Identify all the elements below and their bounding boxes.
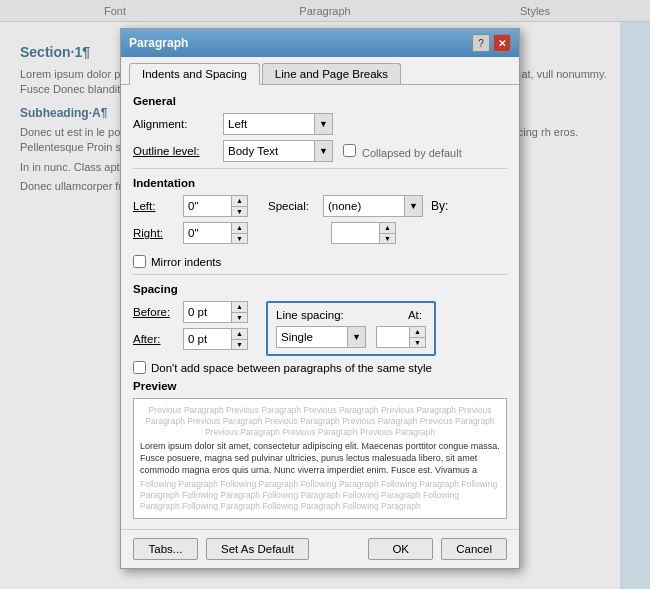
- dont-add-space-row: Don't add space between paragraphs of th…: [133, 361, 507, 374]
- special-arrow[interactable]: ▼: [404, 196, 422, 216]
- spacing-left: Before: 0 pt ▲ ▼ After: 0 pt ▲: [133, 301, 248, 356]
- alignment-arrow[interactable]: ▼: [314, 114, 332, 134]
- alignment-value: Left: [224, 118, 314, 130]
- preview-next-text: Following Paragraph Following Paragraph …: [140, 479, 500, 512]
- line-spacing-label: Line spacing:: [276, 309, 344, 321]
- outline-arrow[interactable]: ▼: [314, 141, 332, 161]
- help-button[interactable]: ?: [472, 34, 490, 52]
- divider2: [133, 274, 507, 275]
- dialog-titlebar: Paragraph ? ✕: [121, 29, 519, 57]
- tabs-button[interactable]: Tabs...: [133, 538, 198, 560]
- collapsed-checkbox[interactable]: [343, 144, 356, 157]
- line-spacing-box: Line spacing: At: Single ▼ ▲ ▼: [266, 301, 436, 356]
- after-row: After: 0 pt ▲ ▼: [133, 328, 248, 350]
- right-spin[interactable]: 0" ▲ ▼: [183, 222, 248, 244]
- after-spin-arrows[interactable]: ▲ ▼: [231, 329, 247, 349]
- indent-special-col: Special: (none) ▼ By: ▲ ▼: [268, 195, 448, 249]
- collapsed-checkbox-container: Collapsed by default: [343, 144, 462, 159]
- left-label: Left:: [133, 200, 183, 212]
- left-value: 0": [184, 200, 231, 212]
- divider1: [133, 168, 507, 169]
- tab-indents-spacing[interactable]: Indents and Spacing: [129, 63, 260, 85]
- preview-main-text: Lorem ipsum dolor sit amet, consectetur …: [140, 441, 500, 476]
- after-spin[interactable]: 0 pt ▲ ▼: [183, 328, 248, 350]
- ok-button[interactable]: OK: [368, 538, 433, 560]
- dialog-body: General Alignment: Left ▼ Outline level:…: [121, 85, 519, 529]
- before-row: Before: 0 pt ▲ ▼: [133, 301, 248, 323]
- preview-prev-text: Previous Paragraph Previous Paragraph Pr…: [140, 405, 500, 438]
- spacing-section-label: Spacing: [133, 283, 507, 295]
- collapsed-label: Collapsed by default: [362, 147, 462, 159]
- line-spacing-select[interactable]: Single ▼: [276, 326, 366, 348]
- after-spin-up[interactable]: ▲: [232, 329, 247, 340]
- dialog-footer: Tabs... Set As Default OK Cancel: [121, 529, 519, 568]
- at-spin[interactable]: ▲ ▼: [376, 326, 426, 348]
- indentation-section-label: Indentation: [133, 177, 507, 189]
- footer-right-buttons: OK Cancel: [368, 538, 507, 560]
- special-select[interactable]: (none) ▼: [323, 195, 423, 217]
- outline-value: Body Text: [224, 145, 314, 157]
- by-spin-down[interactable]: ▼: [380, 234, 395, 244]
- at-spin-down[interactable]: ▼: [410, 338, 425, 348]
- dialog-title: Paragraph: [129, 36, 188, 50]
- alignment-select[interactable]: Left ▼: [223, 113, 333, 135]
- left-spin-down[interactable]: ▼: [232, 207, 247, 217]
- indent-left-col: Left: 0" ▲ ▼ Right: 0" ▲: [133, 195, 248, 249]
- after-label: After:: [133, 333, 183, 345]
- by-spin[interactable]: ▲ ▼: [331, 222, 396, 244]
- before-label: Before:: [133, 306, 183, 318]
- before-spin-arrows[interactable]: ▲ ▼: [231, 302, 247, 322]
- line-spacing-arrow[interactable]: ▼: [347, 327, 365, 347]
- alignment-label: Alignment:: [133, 118, 223, 130]
- mirror-indents-label: Mirror indents: [151, 256, 221, 268]
- spacing-combined-row: Before: 0 pt ▲ ▼ After: 0 pt ▲: [133, 301, 507, 356]
- paragraph-dialog: Paragraph ? ✕ Indents and Spacing Line a…: [120, 28, 520, 569]
- right-value: 0": [184, 227, 231, 239]
- before-spin[interactable]: 0 pt ▲ ▼: [183, 301, 248, 323]
- dont-add-space-checkbox[interactable]: [133, 361, 146, 374]
- mirror-indents-row: Mirror indents: [133, 255, 507, 268]
- mirror-indents-checkbox[interactable]: [133, 255, 146, 268]
- line-spacing-control-row: Single ▼ ▲ ▼: [276, 326, 426, 348]
- close-button[interactable]: ✕: [493, 34, 511, 52]
- after-value: 0 pt: [184, 333, 231, 345]
- at-spin-up[interactable]: ▲: [410, 327, 425, 338]
- before-value: 0 pt: [184, 306, 231, 318]
- outline-select[interactable]: Body Text ▼: [223, 140, 333, 162]
- dialog-tabs: Indents and Spacing Line and Page Breaks: [121, 57, 519, 85]
- line-spacing-label-row: Line spacing: At:: [276, 309, 426, 321]
- general-section-label: General: [133, 95, 507, 107]
- by-label: By:: [431, 199, 448, 213]
- right-spin-arrows[interactable]: ▲ ▼: [231, 223, 247, 243]
- preview-section: Preview Previous Paragraph Previous Para…: [133, 380, 507, 519]
- line-spacing-value: Single: [277, 331, 347, 343]
- before-spin-up[interactable]: ▲: [232, 302, 247, 313]
- dont-add-space-label: Don't add space between paragraphs of th…: [151, 362, 432, 374]
- at-label: At:: [408, 309, 426, 321]
- left-spin[interactable]: 0" ▲ ▼: [183, 195, 248, 217]
- tab-line-breaks[interactable]: Line and Page Breaks: [262, 63, 401, 84]
- at-spin-arrows[interactable]: ▲ ▼: [409, 327, 425, 347]
- by-spin-row: ▲ ▼: [331, 222, 448, 244]
- outline-label: Outline level:: [133, 145, 223, 157]
- by-spin-arrows[interactable]: ▲ ▼: [379, 223, 395, 243]
- by-spin-up[interactable]: ▲: [380, 223, 395, 234]
- preview-box: Previous Paragraph Previous Paragraph Pr…: [133, 398, 507, 519]
- set-default-button[interactable]: Set As Default: [206, 538, 309, 560]
- special-value: (none): [324, 200, 404, 212]
- right-row: Right: 0" ▲ ▼: [133, 222, 248, 244]
- left-spin-arrows[interactable]: ▲ ▼: [231, 196, 247, 216]
- outline-row: Outline level: Body Text ▼ Collapsed by …: [133, 140, 507, 162]
- after-spin-down[interactable]: ▼: [232, 340, 247, 350]
- cancel-button[interactable]: Cancel: [441, 538, 507, 560]
- left-row: Left: 0" ▲ ▼: [133, 195, 248, 217]
- right-spin-up[interactable]: ▲: [232, 223, 247, 234]
- special-label: Special:: [268, 200, 323, 212]
- preview-label: Preview: [133, 380, 507, 392]
- indentation-rows: Left: 0" ▲ ▼ Right: 0" ▲: [133, 195, 507, 249]
- left-spin-up[interactable]: ▲: [232, 196, 247, 207]
- right-label: Right:: [133, 227, 183, 239]
- alignment-row: Alignment: Left ▼: [133, 113, 507, 135]
- before-spin-down[interactable]: ▼: [232, 313, 247, 323]
- right-spin-down[interactable]: ▼: [232, 234, 247, 244]
